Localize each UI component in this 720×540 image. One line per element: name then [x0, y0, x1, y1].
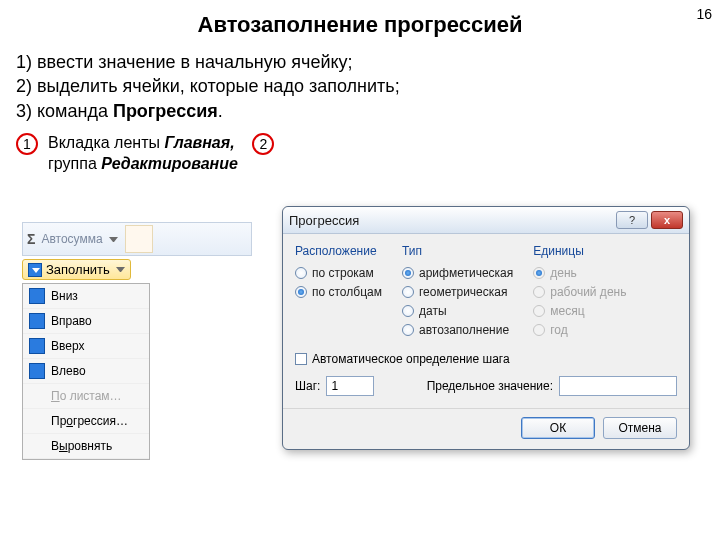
- menu-item-sheets: По листам…: [23, 384, 149, 409]
- radio-auto[interactable]: автозаполнение: [402, 323, 513, 337]
- group-units: Единицы день рабочий день месяц год: [533, 244, 626, 342]
- step-input[interactable]: [326, 376, 374, 396]
- arrow-down-icon: [29, 288, 45, 304]
- menu-item-justify[interactable]: Выровнять: [23, 434, 149, 459]
- instruction-2: 2) выделить ячейки, которые надо заполни…: [16, 74, 704, 98]
- dropdown-icon: [116, 265, 125, 274]
- radio-cols[interactable]: по столбцам: [295, 285, 382, 299]
- radio-icon: [533, 305, 545, 317]
- autosum-label[interactable]: Автосумма: [41, 232, 102, 246]
- menu-item-down[interactable]: Вниз: [23, 284, 149, 309]
- help-button[interactable]: ?: [616, 211, 648, 229]
- dialog-body: Расположение по строкам по столбцам Тип …: [283, 234, 689, 449]
- menu-item-progression[interactable]: Прогрессия…: [23, 409, 149, 434]
- radio-year: год: [533, 323, 626, 337]
- radio-month: месяц: [533, 304, 626, 318]
- group-type: Тип арифметическая геометрическая даты а…: [402, 244, 513, 342]
- blank-icon: [29, 388, 45, 404]
- badge-2: 2: [252, 133, 274, 155]
- ribbon-editing-group: Σ Автосумма Заполнить Вниз Вправо Вверх …: [22, 222, 252, 460]
- radio-icon: [533, 267, 545, 279]
- fill-down-icon: [28, 263, 42, 277]
- step-label: Шаг:: [295, 379, 320, 393]
- blank-icon: [29, 438, 45, 454]
- radio-icon: [533, 324, 545, 336]
- fill-button[interactable]: Заполнить: [22, 259, 131, 280]
- radio-arith[interactable]: арифметическая: [402, 266, 513, 280]
- separator: [283, 408, 689, 409]
- arrow-left-icon: [29, 363, 45, 379]
- badge-1: 1: [16, 133, 38, 155]
- blank-icon: [29, 413, 45, 429]
- radio-icon: [402, 305, 414, 317]
- sigma-icon: Σ: [25, 231, 37, 247]
- page-number: 16: [696, 6, 712, 22]
- group-type-title: Тип: [402, 244, 513, 258]
- dialog-buttons: ОК Отмена: [295, 417, 677, 439]
- step-row: Шаг: Предельное значение:: [295, 376, 677, 396]
- radio-rows[interactable]: по строкам: [295, 266, 382, 280]
- instruction-1: 1) ввести значение в начальную ячейку;: [16, 50, 704, 74]
- dropdown-icon[interactable]: [109, 235, 118, 244]
- group-layout: Расположение по строкам по столбцам: [295, 244, 382, 342]
- radio-icon: [533, 286, 545, 298]
- progression-dialog: Прогрессия ? x Расположение по строкам п…: [282, 206, 690, 450]
- ribbon-row-autosum: Σ Автосумма: [22, 222, 252, 256]
- ok-button[interactable]: ОК: [521, 417, 595, 439]
- group-layout-title: Расположение: [295, 244, 382, 258]
- radio-icon: [402, 324, 414, 336]
- menu-item-up[interactable]: Вверх: [23, 334, 149, 359]
- menu-item-right[interactable]: Вправо: [23, 309, 149, 334]
- radio-icon: [295, 267, 307, 279]
- cancel-button[interactable]: Отмена: [603, 417, 677, 439]
- limit-label: Предельное значение:: [427, 379, 553, 393]
- page-title: Автозаполнение прогрессией: [0, 0, 720, 46]
- menu-item-left[interactable]: Влево: [23, 359, 149, 384]
- arrow-right-icon: [29, 313, 45, 329]
- fill-label: Заполнить: [46, 262, 110, 277]
- instructions: 1) ввести значение в начальную ячейку; 2…: [0, 46, 720, 133]
- dialog-title: Прогрессия: [289, 213, 359, 228]
- fill-menu: Вниз Вправо Вверх Влево По листам… Прогр…: [22, 283, 150, 460]
- checkbox-icon: [295, 353, 307, 365]
- dialog-titlebar[interactable]: Прогрессия ? x: [283, 207, 689, 234]
- arrow-up-icon: [29, 338, 45, 354]
- instruction-3: 3) команда Прогрессия.: [16, 99, 704, 123]
- callout-row: 1 Вкладка ленты Главная, 2 группа Редакт…: [0, 133, 720, 179]
- radio-workday: рабочий день: [533, 285, 626, 299]
- limit-input[interactable]: [559, 376, 677, 396]
- auto-step-checkbox[interactable]: Автоматическое определение шага: [295, 352, 677, 366]
- radio-icon: [402, 286, 414, 298]
- group-units-title: Единицы: [533, 244, 626, 258]
- radio-geom[interactable]: геометрическая: [402, 285, 513, 299]
- radio-dates[interactable]: даты: [402, 304, 513, 318]
- radio-icon: [295, 286, 307, 298]
- close-button[interactable]: x: [651, 211, 683, 229]
- radio-day: день: [533, 266, 626, 280]
- sort-filter-icon[interactable]: [125, 225, 153, 253]
- radio-icon: [402, 267, 414, 279]
